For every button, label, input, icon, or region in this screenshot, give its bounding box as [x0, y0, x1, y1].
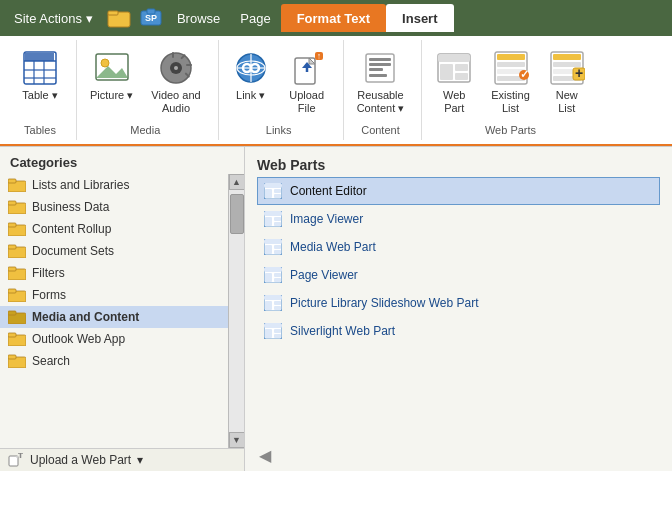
- svg-rect-1: [108, 11, 118, 15]
- webparts-group-label: Web Parts: [428, 120, 593, 140]
- category-label: Business Data: [32, 200, 109, 214]
- webpart-item-icon: [264, 183, 282, 199]
- tool-new-list[interactable]: + NewList: [541, 44, 593, 120]
- category-label: Search: [32, 354, 70, 368]
- tool-link[interactable]: Link ▾: [225, 44, 277, 107]
- tool-web-part[interactable]: WebPart: [428, 44, 480, 120]
- existing-list-label: ExistingList: [491, 89, 530, 115]
- svg-text:✓: ✓: [519, 68, 528, 80]
- webpart-item-icon: [264, 295, 282, 311]
- web-part-label: WebPart: [443, 89, 465, 115]
- folder-icon: [8, 332, 26, 346]
- tool-group-content: ReusableContent ▾ Content: [344, 40, 423, 140]
- tool-group-media: Picture ▾ Video andAudio Media: [77, 40, 219, 140]
- tool-video-audio[interactable]: Video andAudio: [144, 44, 207, 120]
- browse-menu[interactable]: Browse: [167, 5, 230, 32]
- svg-rect-107: [265, 329, 272, 338]
- category-label: Outlook Web App: [32, 332, 125, 346]
- scroll-down-arrow[interactable]: ▼: [229, 432, 245, 448]
- reusable-content-icon-box: [361, 49, 399, 87]
- table-icon: [22, 50, 58, 86]
- reusable-content-label: ReusableContent ▾: [357, 89, 405, 115]
- category-item-media-content[interactable]: Media and Content: [0, 306, 228, 328]
- webpart-item-page-viewer[interactable]: Page Viewer: [257, 261, 660, 289]
- svg-rect-99: [274, 278, 281, 282]
- category-item-lists-libraries[interactable]: Lists and Libraries: [0, 174, 228, 196]
- tool-reusable-content[interactable]: ReusableContent ▾: [350, 44, 412, 120]
- svg-rect-84: [274, 194, 281, 198]
- categories-list: Lists and Libraries Business Data Conten…: [0, 174, 228, 448]
- webpart-item-media-web-part[interactable]: Media Web Part: [257, 233, 660, 261]
- webpart-item-picture-library-slideshow[interactable]: Picture Library Slideshow Web Part: [257, 289, 660, 317]
- new-list-label: NewList: [556, 89, 578, 115]
- upload-web-part-bar[interactable]: Upload a Web Part ▾: [0, 448, 244, 471]
- media-group-label: Media: [83, 120, 208, 140]
- category-item-business-data[interactable]: Business Data: [0, 196, 228, 218]
- webpart-item-icon: [264, 267, 282, 283]
- svg-rect-46: [497, 62, 525, 67]
- links-group-label: Links: [225, 120, 333, 140]
- back-arrow[interactable]: ◀: [257, 447, 273, 463]
- svg-point-13: [101, 59, 109, 67]
- category-item-filters[interactable]: Filters: [0, 262, 228, 284]
- tool-existing-list[interactable]: ✓ ExistingList: [484, 44, 537, 120]
- category-label: Forms: [32, 288, 66, 302]
- svg-rect-86: [264, 211, 282, 216]
- existing-list-icon-box: ✓: [492, 49, 530, 87]
- tool-upload-file[interactable]: ↑ UploadFile: [281, 44, 333, 120]
- svg-rect-40: [438, 54, 470, 62]
- category-item-forms[interactable]: Forms: [0, 284, 228, 306]
- webpart-item-content-editor[interactable]: Content Editor: [257, 177, 660, 205]
- page-label: Page: [240, 11, 270, 26]
- folder-icon: [8, 266, 26, 280]
- svg-rect-89: [274, 222, 281, 226]
- categories-scrollbar[interactable]: ▲ ▼: [228, 174, 244, 448]
- webpart-label: Silverlight Web Part: [290, 324, 395, 338]
- site-actions-menu[interactable]: Site Actions ▾: [4, 5, 103, 32]
- tool-group-webparts: WebPart ✓ ExistingList: [422, 40, 603, 140]
- categories-panel: Categories Lists and Libraries Business …: [0, 147, 245, 471]
- menu-bar: Site Actions ▾ SP Browse Page Format Tex…: [0, 0, 672, 36]
- upload-file-icon-box: ↑: [288, 49, 326, 87]
- svg-rect-91: [264, 239, 282, 244]
- webpart-item-silverlight-web-part[interactable]: Silverlight Web Part: [257, 317, 660, 345]
- svg-rect-11: [25, 53, 54, 61]
- svg-rect-93: [274, 245, 281, 249]
- tool-group-tables-items: Table ▾: [14, 40, 66, 120]
- svg-rect-109: [274, 334, 281, 338]
- video-audio-icon: [158, 50, 194, 86]
- tables-group-label: Tables: [14, 120, 66, 140]
- folder-icon-2: SP: [139, 7, 163, 29]
- category-item-search[interactable]: Search: [0, 350, 228, 372]
- video-audio-label: Video andAudio: [151, 89, 200, 115]
- svg-rect-71: [8, 311, 16, 315]
- tab-insert[interactable]: Insert: [386, 4, 453, 32]
- category-item-outlook-web-app[interactable]: Outlook Web App: [0, 328, 228, 350]
- tool-group-tables: Table ▾ Tables: [8, 40, 77, 140]
- tool-group-links: Link ▾ ↑ UploadFile Links: [219, 40, 344, 140]
- tool-picture[interactable]: Picture ▾: [83, 44, 140, 107]
- page-menu[interactable]: Page: [230, 5, 280, 32]
- category-label: Filters: [32, 266, 65, 280]
- scroll-up-arrow[interactable]: ▲: [229, 174, 245, 190]
- folder-icon: [8, 222, 26, 236]
- category-item-content-rollup[interactable]: Content Rollup: [0, 218, 228, 240]
- tool-table[interactable]: Table ▾: [14, 44, 66, 107]
- picture-label: Picture ▾: [90, 89, 133, 102]
- folder-icon-1: [107, 7, 131, 29]
- svg-rect-42: [455, 64, 468, 71]
- folder-icon: [8, 288, 26, 302]
- video-audio-icon-box: [157, 49, 195, 87]
- svg-rect-94: [274, 250, 281, 254]
- scroll-thumb[interactable]: [230, 194, 244, 234]
- svg-text:↑: ↑: [316, 51, 321, 61]
- upload-webpart-icon: [8, 453, 24, 467]
- tab-format-text[interactable]: Format Text: [281, 4, 386, 32]
- webpart-item-image-viewer[interactable]: Image Viewer: [257, 205, 660, 233]
- category-label: Document Sets: [32, 244, 114, 258]
- content-group-label: Content: [350, 120, 412, 140]
- category-label: Media and Content: [32, 310, 139, 324]
- upload-webpart-label: Upload a Web Part: [30, 453, 131, 467]
- svg-rect-87: [265, 217, 272, 226]
- category-item-document-sets[interactable]: Document Sets: [0, 240, 228, 262]
